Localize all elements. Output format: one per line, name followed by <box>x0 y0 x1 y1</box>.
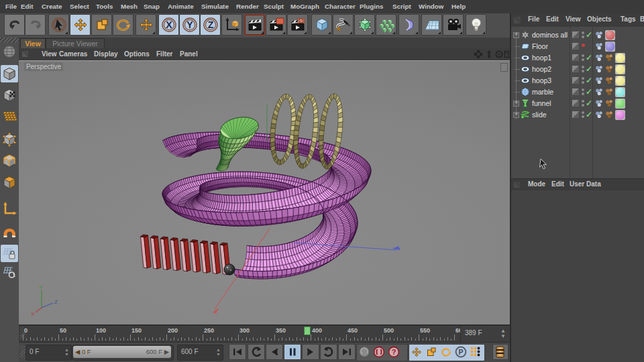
svg-text:?: ? <box>392 348 396 356</box>
svg-text:Y: Y <box>186 19 193 30</box>
svg-text:P: P <box>458 348 463 356</box>
svg-text:Z: Z <box>207 19 213 30</box>
svg-text:X: X <box>31 311 35 317</box>
svg-text:Y: Y <box>39 284 43 290</box>
svg-text:X: X <box>166 19 172 30</box>
svg-text:Z: Z <box>54 299 58 305</box>
